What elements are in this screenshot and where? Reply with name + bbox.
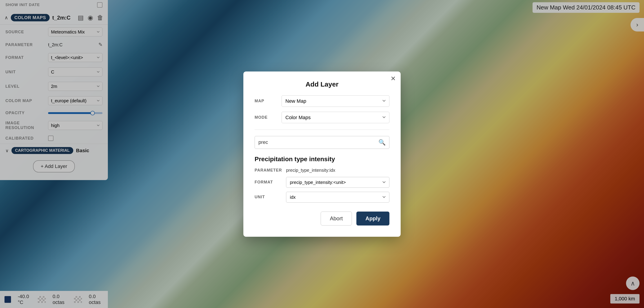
mode-field: MODE Color Maps xyxy=(254,112,390,123)
result-unit-row: UNIT idx xyxy=(254,192,390,203)
result-parameter-row: PARAMETER precip_type_intensity:idx xyxy=(254,168,390,173)
result-unit-label: UNIT xyxy=(254,195,282,199)
map-field-label: MAP xyxy=(254,99,277,103)
modal-overlay: ✕ Add Layer MAP New Map MODE Color Maps … xyxy=(0,0,644,308)
modal-title: Add Layer xyxy=(254,81,390,88)
result-parameter-label: PARAMETER xyxy=(254,168,282,173)
search-icon[interactable]: 🔍 xyxy=(378,139,386,146)
mode-field-label: MODE xyxy=(254,115,277,120)
search-input[interactable] xyxy=(258,139,376,145)
result-format-row: FORMAT precip_type_intensity:<unit> xyxy=(254,177,390,188)
map-field: MAP New Map xyxy=(254,95,390,107)
add-layer-modal: ✕ Add Layer MAP New Map MODE Color Maps … xyxy=(243,72,401,237)
modal-close-button[interactable]: ✕ xyxy=(390,76,396,82)
result-section-title: Precipitation type intensity xyxy=(254,156,390,163)
modal-actions: Abort Apply xyxy=(254,212,390,225)
search-bar: 🔍 xyxy=(254,136,390,149)
result-parameter-value: precip_type_intensity:idx xyxy=(286,168,335,173)
result-format-label: FORMAT xyxy=(254,180,282,185)
abort-button[interactable]: Abort xyxy=(321,212,352,225)
mode-select[interactable]: Color Maps xyxy=(282,112,390,123)
apply-button[interactable]: Apply xyxy=(356,212,390,225)
map-select[interactable]: New Map xyxy=(282,95,390,107)
result-format-select[interactable]: precip_type_intensity:<unit> xyxy=(286,177,390,188)
result-unit-select[interactable]: idx xyxy=(286,192,390,203)
